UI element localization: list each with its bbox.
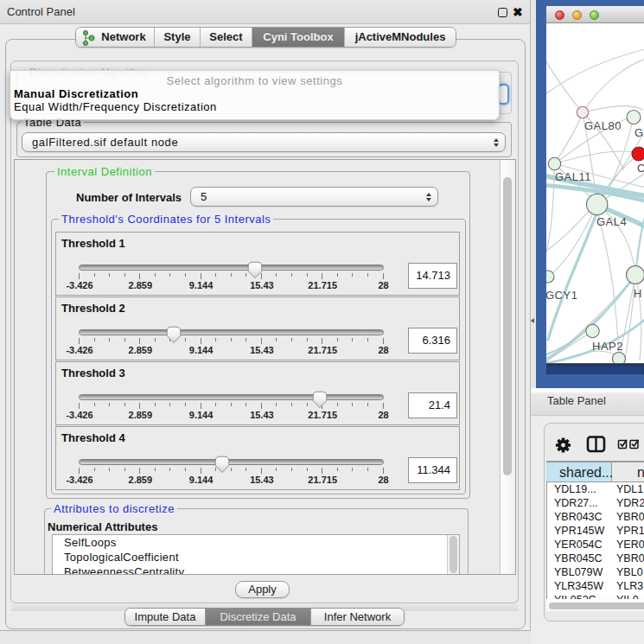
- svg-text:H: H: [634, 287, 642, 300]
- svg-text:GCY1: GCY1: [546, 289, 577, 302]
- svg-text:CY: CY: [637, 162, 644, 175]
- svg-text:GA: GA: [634, 126, 644, 139]
- svg-text:HAP2: HAP2: [592, 340, 623, 353]
- svg-text:GAL11: GAL11: [555, 170, 591, 183]
- svg-text:GAL80: GAL80: [584, 119, 622, 132]
- svg-text:GAL4: GAL4: [596, 215, 627, 228]
